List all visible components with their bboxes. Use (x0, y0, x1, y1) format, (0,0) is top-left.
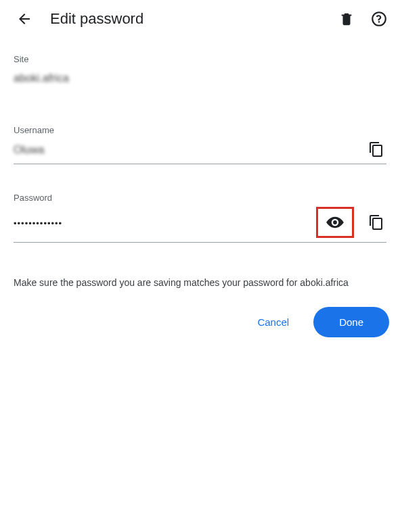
username-field: Username (14, 125, 386, 164)
site-label: Site (14, 54, 386, 64)
username-input[interactable] (14, 140, 366, 159)
button-row: Cancel Done (0, 289, 400, 337)
eye-icon (326, 213, 345, 232)
trash-icon (339, 11, 354, 26)
toggle-password-visibility-button[interactable] (316, 207, 354, 238)
copy-username-button[interactable] (366, 139, 386, 160)
password-hint: Make sure the password you are saving ma… (0, 276, 400, 289)
content: Site Username Password (0, 54, 400, 243)
username-label: Username (14, 125, 386, 135)
header-actions (336, 9, 389, 29)
arrow-back-icon (16, 11, 32, 27)
header: Edit password (0, 0, 400, 38)
copy-icon (368, 214, 384, 231)
done-button[interactable]: Done (313, 307, 389, 337)
help-icon (370, 10, 388, 28)
cancel-button[interactable]: Cancel (249, 311, 297, 333)
page-title: Edit password (50, 10, 336, 28)
copy-password-button[interactable] (366, 212, 386, 233)
password-label: Password (14, 193, 386, 203)
site-field: Site (14, 54, 386, 91)
copy-icon (368, 141, 384, 158)
help-button[interactable] (369, 9, 389, 29)
site-input[interactable] (14, 68, 386, 87)
back-button[interactable] (11, 5, 38, 32)
delete-button[interactable] (336, 9, 357, 29)
password-field: Password (14, 193, 386, 243)
password-input[interactable] (14, 214, 316, 231)
